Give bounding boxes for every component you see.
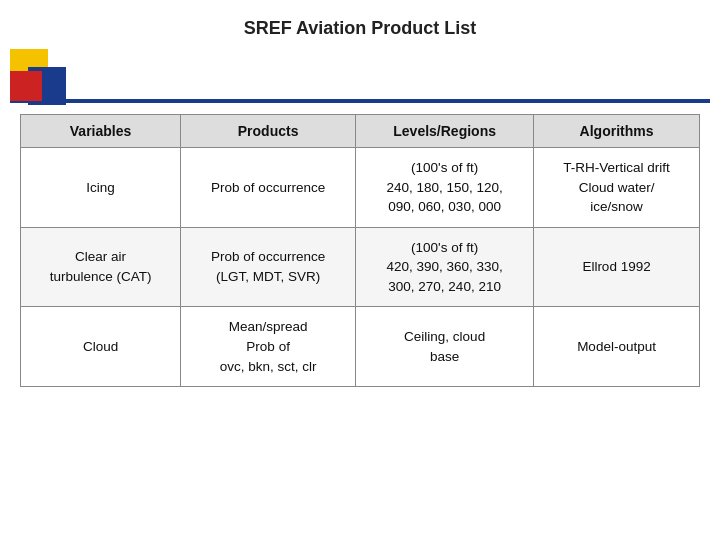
table-row: IcingProb of occurrence(100's of ft)240,… xyxy=(21,148,700,228)
cell-variable-2: Cloud xyxy=(21,307,181,387)
logo-area xyxy=(10,49,710,104)
cell-product-1: Prob of occurrence(LGT, MDT, SVR) xyxy=(181,227,356,307)
cell-algorithms-2: Model-output xyxy=(534,307,700,387)
cell-variable-0: Icing xyxy=(21,148,181,228)
header-products: Products xyxy=(181,115,356,148)
table-row: CloudMean/spreadProb ofovc, bkn, sct, cl… xyxy=(21,307,700,387)
table-row: Clear airturbulence (CAT)Prob of occurre… xyxy=(21,227,700,307)
cell-variable-1: Clear airturbulence (CAT) xyxy=(21,227,181,307)
cell-product-2: Mean/spreadProb ofovc, bkn, sct, clr xyxy=(181,307,356,387)
aviation-table: Variables Products Levels/Regions Algori… xyxy=(20,114,700,387)
data-table-container: Variables Products Levels/Regions Algori… xyxy=(20,114,700,387)
cell-product-0: Prob of occurrence xyxy=(181,148,356,228)
cell-levels-1: (100's of ft)420, 390, 360, 330,300, 270… xyxy=(356,227,534,307)
cell-levels-2: Ceiling, cloudbase xyxy=(356,307,534,387)
table-header-row: Variables Products Levels/Regions Algori… xyxy=(21,115,700,148)
logo-line xyxy=(10,99,710,103)
logo-red-square xyxy=(10,71,42,101)
cell-algorithms-0: T-RH-Vertical driftCloud water/ice/snow xyxy=(534,148,700,228)
page-title: SREF Aviation Product List xyxy=(244,18,477,39)
header-algorithms: Algorithms xyxy=(534,115,700,148)
header-levels: Levels/Regions xyxy=(356,115,534,148)
cell-algorithms-1: Ellrod 1992 xyxy=(534,227,700,307)
page: SREF Aviation Product List Variables Pro… xyxy=(0,0,720,540)
cell-levels-0: (100's of ft)240, 180, 150, 120,090, 060… xyxy=(356,148,534,228)
header-variables: Variables xyxy=(21,115,181,148)
